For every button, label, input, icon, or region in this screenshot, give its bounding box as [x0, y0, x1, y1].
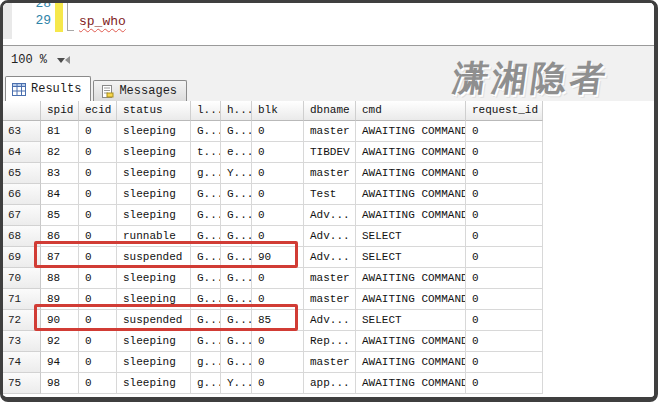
grid-cell-blk[interactable]: 0	[252, 331, 304, 352]
grid-cell-cmd[interactable]: AWAITING COMMAND	[356, 352, 466, 373]
grid-cell-ecid[interactable]: 0	[79, 163, 117, 184]
grid-cell-spid[interactable]: 89	[41, 289, 79, 310]
grid-column-header-status[interactable]: status	[117, 101, 191, 121]
grid-cell-dbname[interactable]: master	[304, 121, 356, 142]
grid-cell-status[interactable]: sleeping	[117, 331, 191, 352]
grid-row-header[interactable]: 68	[3, 226, 41, 247]
grid-cell-spid[interactable]: 84	[41, 184, 79, 205]
grid-cell-dbname[interactable]: Adv...	[304, 205, 356, 226]
grid-cell-status[interactable]: sleeping	[117, 289, 191, 310]
grid-cell-hostname[interactable]: G...	[221, 247, 252, 268]
grid-cell-ecid[interactable]: 0	[79, 142, 117, 163]
grid-cell-hostname[interactable]: G...	[221, 331, 252, 352]
grid-cell-dbname[interactable]: master	[304, 289, 356, 310]
grid-cell-status[interactable]: sleeping	[117, 373, 191, 394]
grid-cell-cmd[interactable]: AWAITING COMMAND	[356, 205, 466, 226]
grid-cell-ecid[interactable]: 0	[79, 247, 117, 268]
grid-cell-spid[interactable]: 83	[41, 163, 79, 184]
code-text-sp-who[interactable]: sp_who	[79, 14, 126, 29]
grid-row-header[interactable]: 63	[3, 121, 41, 142]
grid-cell-dbname[interactable]: app...	[304, 373, 356, 394]
grid-cell-status[interactable]: sleeping	[117, 142, 191, 163]
grid-cell-status[interactable]: runnable	[117, 226, 191, 247]
grid-cell-blk[interactable]: 0	[252, 352, 304, 373]
grid-row-header[interactable]: 72	[3, 310, 41, 331]
grid-cell-request_id[interactable]: 0	[466, 331, 543, 352]
grid-row-header[interactable]: 71	[3, 289, 41, 310]
grid-cell-dbname[interactable]: Adv...	[304, 226, 356, 247]
hscroll-left-arrow-icon[interactable]	[65, 56, 70, 64]
grid-cell-spid[interactable]: 90	[41, 310, 79, 331]
grid-cell-hostname[interactable]: G...	[221, 226, 252, 247]
tab-results[interactable]: Results	[5, 76, 91, 101]
grid-cell-status[interactable]: sleeping	[117, 163, 191, 184]
grid-cell-hostname[interactable]: G...	[221, 121, 252, 142]
grid-cell-loginame[interactable]: g...	[191, 163, 221, 184]
grid-row-header[interactable]: 65	[3, 163, 41, 184]
code-editor[interactable]: 28 29 sp_who	[3, 3, 654, 45]
grid-cell-spid[interactable]: 92	[41, 331, 79, 352]
grid-cell-ecid[interactable]: 0	[79, 310, 117, 331]
grid-cell-hostname[interactable]: G...	[221, 289, 252, 310]
grid-cell-dbname[interactable]: Adv...	[304, 247, 356, 268]
grid-cell-dbname[interactable]: master	[304, 268, 356, 289]
grid-cell-status[interactable]: sleeping	[117, 121, 191, 142]
grid-cell-dbname[interactable]: Adv...	[304, 310, 356, 331]
grid-cell-ecid[interactable]: 0	[79, 184, 117, 205]
grid-cell-cmd[interactable]: SELECT	[356, 247, 466, 268]
grid-cell-status[interactable]: suspended	[117, 310, 191, 331]
grid-cell-request_id[interactable]: 0	[466, 226, 543, 247]
grid-row-header[interactable]: 74	[3, 352, 41, 373]
grid-cell-spid[interactable]: 81	[41, 121, 79, 142]
grid-cell-status[interactable]: sleeping	[117, 268, 191, 289]
grid-cell-dbname[interactable]: Test	[304, 184, 356, 205]
grid-row-header[interactable]: 75	[3, 373, 41, 394]
grid-cell-loginame[interactable]: G...	[191, 331, 221, 352]
grid-cell-spid[interactable]: 98	[41, 373, 79, 394]
grid-cell-ecid[interactable]: 0	[79, 205, 117, 226]
grid-cell-spid[interactable]: 88	[41, 268, 79, 289]
grid-column-header-hostname[interactable]: h...	[221, 101, 252, 121]
grid-cell-blk[interactable]: 0	[252, 268, 304, 289]
grid-cell-spid[interactable]: 82	[41, 142, 79, 163]
grid-cell-spid[interactable]: 94	[41, 352, 79, 373]
grid-cell-hostname[interactable]: G...	[221, 310, 252, 331]
grid-cell-loginame[interactable]: G...	[191, 310, 221, 331]
grid-cell-ecid[interactable]: 0	[79, 268, 117, 289]
grid-cell-ecid[interactable]: 0	[79, 331, 117, 352]
grid-cell-blk[interactable]: 0	[252, 121, 304, 142]
grid-cell-spid[interactable]: 87	[41, 247, 79, 268]
grid-cell-request_id[interactable]: 0	[466, 373, 543, 394]
grid-cell-blk[interactable]: 0	[252, 289, 304, 310]
grid-cell-cmd[interactable]: AWAITING COMMAND	[356, 121, 466, 142]
grid-row-header[interactable]: 67	[3, 205, 41, 226]
grid-cell-cmd[interactable]: AWAITING COMMAND	[356, 268, 466, 289]
grid-column-header-cmd[interactable]: cmd	[356, 101, 466, 121]
grid-cell-ecid[interactable]: 0	[79, 373, 117, 394]
grid-cell-loginame[interactable]: G...	[191, 121, 221, 142]
grid-cell-hostname[interactable]: e...	[221, 142, 252, 163]
grid-cell-dbname[interactable]: Rep...	[304, 331, 356, 352]
grid-cell-dbname[interactable]: master	[304, 163, 356, 184]
grid-cell-loginame[interactable]: G...	[191, 268, 221, 289]
grid-cell-cmd[interactable]: SELECT	[356, 226, 466, 247]
grid-cell-status[interactable]: sleeping	[117, 352, 191, 373]
grid-cell-request_id[interactable]: 0	[466, 352, 543, 373]
grid-cell-loginame[interactable]: g...	[191, 352, 221, 373]
grid-cell-status[interactable]: suspended	[117, 247, 191, 268]
tab-messages[interactable]: Messages	[93, 80, 187, 101]
grid-cell-ecid[interactable]: 0	[79, 289, 117, 310]
grid-cell-loginame[interactable]: G...	[191, 184, 221, 205]
grid-cell-request_id[interactable]: 0	[466, 142, 543, 163]
grid-cell-spid[interactable]: 85	[41, 205, 79, 226]
grid-cell-loginame[interactable]: G...	[191, 247, 221, 268]
grid-row-header[interactable]: 66	[3, 184, 41, 205]
grid-cell-cmd[interactable]: AWAITING COMMAND	[356, 184, 466, 205]
grid-row-header[interactable]: 70	[3, 268, 41, 289]
grid-cell-cmd[interactable]: AWAITING COMMAND	[356, 373, 466, 394]
grid-cell-loginame[interactable]: G...	[191, 205, 221, 226]
grid-row-header[interactable]: 73	[3, 331, 41, 352]
grid-cell-blk[interactable]: 0	[252, 205, 304, 226]
grid-column-header-request_id[interactable]: request_id	[466, 101, 543, 121]
grid-cell-ecid[interactable]: 0	[79, 352, 117, 373]
